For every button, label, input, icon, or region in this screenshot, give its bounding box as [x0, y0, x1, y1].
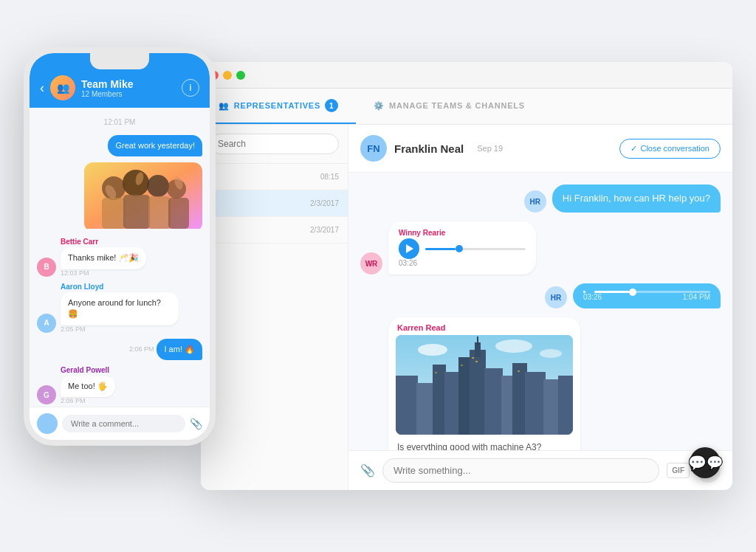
- image-sender-name: Karren Read: [388, 317, 580, 335]
- svg-rect-6: [433, 365, 446, 435]
- svg-rect-22: [518, 370, 520, 372]
- phone-message-row-gerald: G Gerald Powell Me too! 🖐 2:06 PM: [37, 366, 202, 404]
- phone-bubble-sent-iam: I am! 🔥: [157, 339, 202, 360]
- gerald-avatar: G: [37, 385, 56, 404]
- message-row: KR Karren Read: [360, 317, 721, 450]
- svg-rect-7: [444, 372, 461, 435]
- chat-header: FN Franklin Neal Sep 19 ✓ Close conversa…: [348, 125, 732, 173]
- messages-area: Hi Franklin, how can HR help you? HR WR …: [348, 173, 732, 450]
- chat-message-input[interactable]: [382, 458, 659, 483]
- svg-rect-11: [477, 337, 478, 345]
- play-audio-button[interactable]: [399, 238, 419, 259]
- group-photo-svg: [84, 162, 202, 229]
- gerald-name: Gerald Powell: [61, 366, 115, 374]
- phone-message-row-sent: 2:06 PM I am! 🔥: [37, 339, 202, 360]
- bettie-name: Bettie Carr: [61, 238, 146, 246]
- sent-iam-row: 2:06 PM I am! 🔥: [129, 339, 202, 360]
- chat-header-left: FN Franklin Neal Sep 19: [360, 135, 503, 162]
- message-row: WR Winny Rearie 03:26: [360, 221, 721, 275]
- phone-attach-icon[interactable]: 📎: [190, 418, 202, 429]
- maximize-window-btn[interactable]: [236, 71, 245, 80]
- desktop-window: 👥 Representatives 1 ⚙️ Manage Teams & Ch…: [201, 62, 732, 490]
- chat-input-area: 📎 GIF 🎤: [348, 450, 732, 490]
- svg-point-29: [147, 175, 169, 197]
- sent-iam-prefix: 2:06 PM: [129, 345, 154, 353]
- audio-start-time: 03:26: [583, 293, 602, 301]
- checkmark-icon: ✓: [630, 144, 637, 153]
- phone-message-row-image: [37, 162, 202, 232]
- svg-rect-19: [475, 361, 478, 362]
- phone-input-bar: 📎: [30, 407, 210, 440]
- message-row: Hi Franklin, how can HR help you? HR: [360, 184, 721, 213]
- manage-teams-icon: ⚙️: [374, 101, 385, 111]
- audio-progress-fill: [425, 248, 456, 250]
- group-info-button[interactable]: i: [182, 79, 199, 97]
- audio-controls-sent: [583, 291, 710, 293]
- window-titlebar: [201, 62, 732, 89]
- chat-date: Sep 19: [477, 144, 503, 153]
- bettie-timestamp: 12:03 PM: [61, 269, 146, 277]
- phone-messages: 12:01 PM Great work yesterday!: [30, 108, 210, 407]
- tab-representatives-label: Representatives: [234, 101, 320, 110]
- time-label-text: 12:01 PM: [104, 118, 136, 126]
- attachment-icon[interactable]: 📎: [360, 463, 375, 477]
- close-conversation-button[interactable]: ✓ Close conversation: [619, 139, 721, 159]
- message-row: 03:26 1:04 PM HR: [360, 283, 721, 308]
- audio-progress-bar: [425, 248, 526, 250]
- phone-notch: [90, 53, 149, 69]
- phone-inner: ‹ 👥 Team Mike 12 Members i 12:01 PM: [30, 53, 210, 440]
- audio-fill-sent: [594, 291, 629, 293]
- audio-dot-sent: [629, 289, 636, 296]
- group-photo-bubble: [84, 162, 202, 232]
- audio-end-time: 1:04 PM: [683, 293, 710, 301]
- floating-chat-button[interactable]: 💬: [690, 447, 721, 478]
- iam-text: I am! 🔥: [164, 345, 195, 353]
- phone-message-bubble-sent: Great work yesterday!: [108, 135, 202, 156]
- message-text: Hi Franklin, how can HR help you?: [563, 193, 710, 204]
- svg-rect-20: [461, 365, 463, 366]
- city-skyline-svg: [396, 335, 573, 435]
- phone-bubble-received: Thanks mike! 🥂🎉: [61, 247, 146, 269]
- sent-iam-container: 2:06 PM I am! 🔥: [129, 339, 202, 360]
- svg-point-28: [123, 170, 149, 196]
- window-tabs: 👥 Representatives 1 ⚙️ Manage Teams & Ch…: [201, 89, 732, 125]
- aaron-message-container: Aaron Lloyd Anyone around for lunch? 🍔 2…: [61, 283, 179, 333]
- svg-point-25: [540, 349, 562, 358]
- group-avatar: 👥: [50, 75, 75, 100]
- tab-manage-teams[interactable]: ⚙️ Manage Teams & Channels: [356, 89, 543, 124]
- svg-rect-15: [525, 372, 546, 435]
- phone-message-row: A Aaron Lloyd Anyone around for lunch? 🍔…: [37, 283, 202, 333]
- svg-rect-34: [168, 198, 189, 229]
- group-avatar-image: 👥: [50, 75, 75, 100]
- chat-bubble-icon: 💬: [707, 455, 723, 471]
- gerald-message-container: Gerald Powell Me too! 🖐 2:06 PM: [61, 366, 115, 404]
- group-name: Team Mike: [81, 78, 176, 90]
- audio-progress-dot: [456, 245, 463, 252]
- svg-rect-18: [472, 357, 474, 359]
- chat-area: FN Franklin Neal Sep 19 ✓ Close conversa…: [348, 125, 732, 490]
- message-bubble-sent: Hi Franklin, how can HR help you?: [552, 184, 721, 213]
- bettie-text: Thanks mike! 🥂🎉: [68, 253, 139, 262]
- phone-comment-input[interactable]: [62, 415, 185, 432]
- close-conv-label: Close conversation: [640, 144, 709, 153]
- phone-message-row: Great work yesterday!: [37, 135, 202, 156]
- contact-avatar: FN: [360, 135, 387, 162]
- svg-rect-5: [416, 383, 435, 435]
- svg-point-24: [495, 339, 532, 353]
- svg-rect-16: [543, 379, 560, 435]
- svg-rect-12: [484, 368, 503, 435]
- phone-bubble-received: Anyone around for lunch? 🍔: [61, 292, 179, 325]
- svg-rect-21: [435, 372, 437, 373]
- svg-rect-9: [470, 350, 486, 435]
- svg-rect-17: [558, 376, 573, 435]
- aaron-name: Aaron Lloyd: [61, 283, 179, 291]
- gif-button[interactable]: GIF: [667, 463, 690, 478]
- sent-audio-avatar: HR: [545, 286, 567, 308]
- audio-message-sent: 03:26 1:04 PM: [573, 283, 721, 308]
- city-image: [396, 335, 573, 435]
- aaron-avatar: A: [37, 314, 56, 333]
- phone-back-button[interactable]: ‹: [40, 80, 44, 96]
- aaron-text: Anyone around for lunch? 🍔: [68, 298, 161, 318]
- message-time-label: 12:01 PM: [37, 118, 202, 126]
- phone-message-row: B Bettie Carr Thanks mike! 🥂🎉 12:03 PM: [37, 238, 202, 276]
